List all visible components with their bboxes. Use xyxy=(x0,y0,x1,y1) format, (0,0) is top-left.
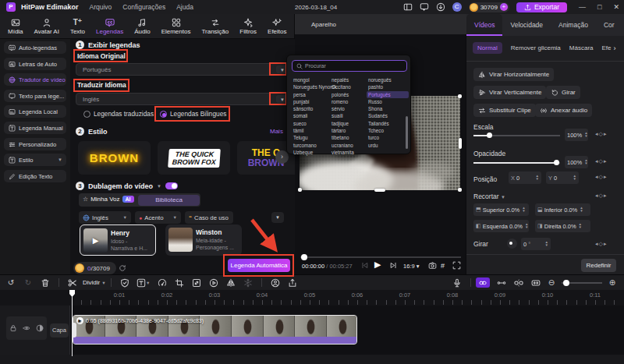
keyframe-controls[interactable]: ◂◇▸ xyxy=(595,158,607,164)
crop-right-input[interactable]: ◨ Direita 0.0%▲▼ xyxy=(535,220,590,232)
timeline-zoom-slider[interactable] xyxy=(562,282,602,284)
freeze-icon[interactable] xyxy=(239,278,257,288)
add-credits-button[interactable]: + xyxy=(500,3,508,11)
dropdown-scrollbar[interactable] xyxy=(406,116,408,149)
translate-language-select[interactable]: Inglês ▼ xyxy=(76,93,292,105)
tab-velocidade[interactable]: Velocidade xyxy=(502,14,551,36)
tab-cor[interactable]: Cor xyxy=(596,14,622,36)
sidebar-item-letras-de-auto[interactable]: Letras de Auto xyxy=(4,58,66,70)
contrast-icon[interactable] xyxy=(36,324,44,332)
crop-left-input[interactable]: ◧ Esquerda 0.0%▲▼ xyxy=(473,220,529,232)
language-option[interactable]: tibetano xyxy=(330,134,369,141)
sidebar-item-auto-legendas[interactable]: Auto-legendas xyxy=(4,41,66,54)
menu-arquivo[interactable]: Arquivo xyxy=(90,3,112,11)
mirror-icon[interactable] xyxy=(222,278,239,288)
credits-pill[interactable]: 30709 + xyxy=(469,2,509,12)
language-option[interactable]: urdu xyxy=(367,142,406,149)
language-option[interactable]: vietnamita xyxy=(330,149,369,156)
crop-icon[interactable] xyxy=(171,278,188,288)
subtab-mascara[interactable]: Máscara xyxy=(569,44,594,51)
chevron-down-icon[interactable]: ▼ xyxy=(157,184,161,189)
keyframe-controls[interactable]: ◂◇▸ xyxy=(595,193,607,199)
preview-device-tab[interactable]: Aparelho xyxy=(295,14,466,35)
grid-icon[interactable]: # xyxy=(441,262,445,270)
text-tool-icon[interactable]: ▼ xyxy=(133,278,154,288)
mic-icon[interactable] xyxy=(448,278,466,288)
resize-handle[interactable] xyxy=(298,188,302,192)
more-link[interactable]: Mais xyxy=(270,128,283,135)
redo-icon[interactable]: ↻ xyxy=(20,278,37,287)
minimize-button[interactable]: — xyxy=(579,3,586,11)
sidebar-item-legenda-manual[interactable]: Legenda Manual xyxy=(4,122,66,134)
clip-trim-handle[interactable] xyxy=(73,323,76,337)
tab-efeitos[interactable]: Efeitos xyxy=(262,18,292,35)
resize-handle[interactable] xyxy=(458,188,462,192)
radio-legendas-traduzidas[interactable]: Legendas traduzidas xyxy=(83,110,154,118)
timeline-ruler[interactable]: 0:01 0:02 0:03 0:04 0:05 0:06 0:07 0:08 … xyxy=(0,290,624,306)
language-option[interactable]: sérvio xyxy=(330,105,369,112)
prev-frame-button[interactable] xyxy=(360,261,369,270)
language-option[interactable]: mongol xyxy=(292,76,331,83)
tab-animacao[interactable]: Animação xyxy=(551,14,596,36)
sidebar-item-personalizado[interactable]: Personalizado xyxy=(4,138,66,150)
split-label[interactable]: Dividir xyxy=(83,279,100,286)
person-track-icon[interactable] xyxy=(267,278,284,288)
scale-icon[interactable] xyxy=(188,278,205,288)
flip-horizontal-button[interactable]: Virar Horizontalmente xyxy=(473,68,554,81)
language-option[interactable]: Sudanês xyxy=(367,112,406,119)
zoom-out-icon[interactable]: ⊖ xyxy=(544,278,558,287)
unlink-icon[interactable] xyxy=(510,278,527,288)
speed-icon[interactable] xyxy=(154,278,171,288)
language-option[interactable]: Norueguês Nynorsk xyxy=(292,83,331,90)
language-option[interactable]: sueco xyxy=(292,120,331,127)
tab-legendas[interactable]: Legendas xyxy=(90,18,129,35)
resize-handle[interactable] xyxy=(374,189,385,192)
rotate-button[interactable]: Girar xyxy=(546,86,580,99)
tab-videos[interactable]: Vídeos xyxy=(466,14,502,36)
style-card-brown[interactable]: BROWN xyxy=(78,141,151,175)
keyframe-controls[interactable]: ◂◇▸ xyxy=(595,241,607,247)
avatar[interactable]: C xyxy=(452,2,462,12)
tab-biblioteca[interactable]: Biblioteca xyxy=(138,195,200,206)
language-option[interactable]: turco xyxy=(367,134,406,141)
video-clip[interactable]: ▶ 0:05 (88d9316b-70b6-438e-9047-cd5d2afc… xyxy=(73,315,357,345)
menu-configuracoes[interactable]: Configurações xyxy=(122,3,165,11)
subtab-remover-glicemia[interactable]: Remover glicemia xyxy=(511,44,561,51)
dubbing-toggle[interactable] xyxy=(165,182,178,189)
shield-icon[interactable] xyxy=(116,278,133,288)
voice-card-henry[interactable]: ▶ Henry Idoso - Narrativa e H... xyxy=(80,224,156,256)
fit-timeline-icon[interactable] xyxy=(527,278,544,288)
language-option[interactable]: suaíli xyxy=(330,112,369,119)
language-option[interactable]: Português xyxy=(367,91,409,98)
opacity-slider[interactable] xyxy=(473,162,560,164)
play-circle-icon[interactable] xyxy=(205,278,222,288)
lock-icon[interactable] xyxy=(9,324,17,332)
maximize-button[interactable]: □ xyxy=(597,3,601,11)
scroll-subtabs-icon[interactable]: › xyxy=(614,44,616,52)
fullscreen-icon[interactable] xyxy=(452,261,461,270)
tab-midia[interactable]: Mídia xyxy=(2,18,29,35)
keyframe-controls[interactable]: ◂◇▸ xyxy=(595,174,607,180)
language-option[interactable]: Shona xyxy=(367,105,406,112)
export-frame-icon[interactable] xyxy=(284,278,301,288)
layout-icon[interactable] xyxy=(403,2,413,12)
scale-value[interactable]: 100%▲▼ xyxy=(565,129,588,141)
crop-bottom-input[interactable]: ⬓ Inferior 0.0%▲▼ xyxy=(535,203,590,216)
tab-audio[interactable]: Áudio xyxy=(129,18,155,35)
resize-handle[interactable] xyxy=(459,138,462,149)
scale-slider[interactable] xyxy=(473,135,560,136)
rotate-dial[interactable] xyxy=(507,239,517,249)
reset-button[interactable]: Redefinir xyxy=(581,259,616,272)
subtab-efeitos[interactable]: Efe xyxy=(602,44,612,51)
accent-select[interactable]: ● Acento ▼ xyxy=(135,211,181,224)
language-option[interactable]: polonês xyxy=(330,91,369,98)
crop-top-input[interactable]: ⬒ Superior 0.0%▲▼ xyxy=(473,203,529,216)
link-icon[interactable] xyxy=(476,277,490,288)
sidebar-item-legenda-local[interactable]: Legenda Local xyxy=(4,105,66,118)
magnet-icon[interactable] xyxy=(493,278,510,288)
undo-icon[interactable]: ↺ xyxy=(2,278,20,287)
sidebar-item-texto-para-legenda[interactable]: Texto para lege... xyxy=(4,90,66,102)
language-option[interactable]: sânscrito xyxy=(292,105,331,112)
tab-avatar-ai[interactable]: Avatar AI xyxy=(29,18,65,35)
language-option[interactable]: pashto xyxy=(367,83,406,90)
